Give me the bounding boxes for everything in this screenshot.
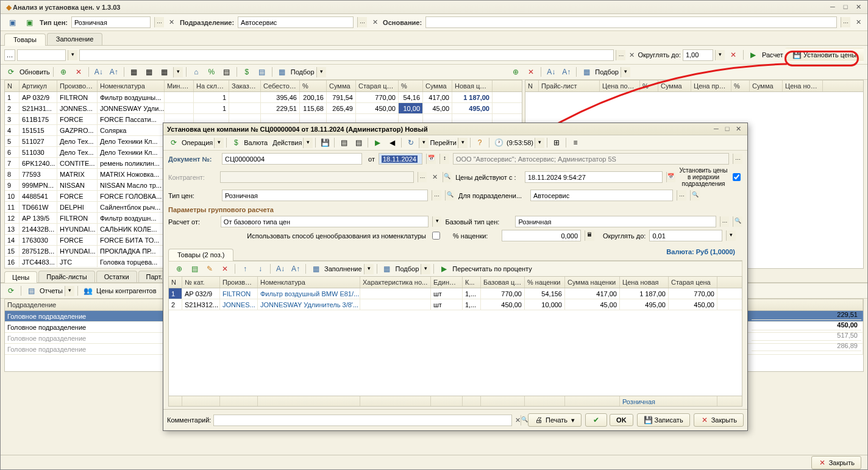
nav-dd[interactable]: ▾ <box>419 138 429 148</box>
nav-icon[interactable]: ↻ <box>404 137 418 148</box>
r-podbor-dd[interactable]: ▾ <box>621 67 630 77</box>
op-icon[interactable]: ⟳ <box>167 137 180 148</box>
raschet-ot-field[interactable]: От базового типа цен <box>221 216 429 227</box>
d-okruglyat-dd[interactable]: ▾ <box>726 230 736 241</box>
nacenki-field[interactable]: 0,000 <box>502 230 581 241</box>
dollar2-icon[interactable]: $ <box>229 137 243 148</box>
kontragent-field[interactable] <box>220 171 414 183</box>
ceny-d-cal[interactable]: 📅 <box>666 172 675 182</box>
ustanovit-ceny-button[interactable]: 💾Установить цены <box>785 48 864 62</box>
table-row[interactable]: 2S21H312...JONNES...JONNESWAY Удлинитель… <box>169 299 742 310</box>
filter-dd[interactable] <box>17 49 66 61</box>
d-okruglyat-field[interactable]: 0,01 <box>649 230 722 241</box>
maximize-button[interactable]: □ <box>840 3 851 12</box>
komm-x[interactable]: ✕ <box>514 416 521 424</box>
currency-label[interactable]: Валюта: Руб (1,0000) <box>666 248 739 260</box>
date-field[interactable]: 18.11.2024 <box>379 153 422 165</box>
komm-q[interactable]: 🔍 <box>521 415 528 425</box>
kontragent-label[interactable]: Цены контрагентов <box>96 287 157 294</box>
clock-icon[interactable]: 🕐 <box>492 137 505 148</box>
refresh2-icon[interactable]: ⟳ <box>4 285 18 296</box>
dollar-icon[interactable]: $ <box>240 66 254 77</box>
btab-ceny[interactable]: Цены <box>4 271 37 283</box>
d-tipcen-dots[interactable]: … <box>432 190 441 201</box>
podr-x[interactable]: ✕ <box>371 18 379 26</box>
ok-check-button[interactable]: ✔ <box>585 413 607 427</box>
zakryt-button[interactable]: ✕Закрыть <box>694 413 744 427</box>
tab-tovary[interactable]: Товары <box>4 34 46 46</box>
d-zap-dd[interactable]: ▾ <box>364 264 374 274</box>
perejti-dd[interactable]: ▾ <box>458 138 468 148</box>
zapisat-button[interactable]: 💾Записать <box>637 413 690 427</box>
d-podr-field[interactable]: Автосервис <box>530 190 673 201</box>
date-clear[interactable]: ↕ <box>439 154 449 164</box>
percent-icon[interactable]: % <box>205 66 218 77</box>
calc-icon[interactable]: ▤ <box>220 66 233 77</box>
ispolzovat-checkbox[interactable] <box>432 232 440 240</box>
tip-cen-x[interactable]: ✕ <box>168 18 176 26</box>
cancel-icon[interactable]: ✕ <box>727 49 740 60</box>
org-dots[interactable]: … <box>733 154 742 164</box>
unpost-icon[interactable]: ◀ <box>385 137 399 148</box>
operaciya-menu[interactable]: Операция <box>182 139 213 146</box>
podbor-label[interactable]: Подбор <box>291 68 315 76</box>
r-delete-icon[interactable]: ✕ <box>524 66 538 77</box>
hier-checkbox[interactable] <box>733 173 741 181</box>
filter1-icon[interactable]: ▦ <box>127 66 141 77</box>
osn-x[interactable]: ✕ <box>854 18 863 26</box>
refresh-icon[interactable]: ⟳ <box>4 66 18 77</box>
table-row[interactable]: 1AP 032/9FILTRONФильтр воздушны...1395,4… <box>5 92 522 103</box>
filter-long-dots[interactable]: … <box>616 50 625 60</box>
table-row[interactable]: 2S21H31...JONNES...JONNESWAY Удли...1229… <box>5 103 522 114</box>
r-podbor-label[interactable]: Подбор <box>595 68 619 76</box>
d-add-icon[interactable]: ⊕ <box>173 263 186 274</box>
pricelist-icon[interactable]: ▤ <box>255 66 269 77</box>
bazovyj-field[interactable]: Розничная <box>515 216 716 227</box>
tip-cen-dots[interactable]: … <box>154 17 164 27</box>
d-tipcen-q[interactable]: 🔍 <box>445 190 455 201</box>
bazovyj-q[interactable]: 🔍 <box>733 216 742 227</box>
r-sort-za-icon[interactable]: A↑ <box>560 66 573 77</box>
d-sortaz-icon[interactable]: A↓ <box>274 263 287 274</box>
table-row[interactable]: 1AP 032/9FILTRONФильтр воздушный BMW E81… <box>169 288 742 299</box>
d-sortza-icon[interactable]: A↑ <box>289 263 302 274</box>
people-icon[interactable]: 👥 <box>81 285 94 296</box>
op-dd[interactable]: ▾ <box>214 138 224 148</box>
d-podbor-icon[interactable]: ▦ <box>380 263 394 274</box>
kontr-dots[interactable]: … <box>418 172 427 182</box>
help-icon[interactable]: ? <box>473 137 486 148</box>
filter-long-x[interactable]: ✕ <box>627 51 636 59</box>
obnovit-label[interactable]: Обновить <box>20 68 50 76</box>
d-addcopy-icon[interactable]: ▤ <box>188 263 201 274</box>
komm-field[interactable] <box>213 415 512 426</box>
time-dd[interactable]: ▾ <box>535 138 544 148</box>
d-up-icon[interactable]: ↑ <box>238 263 252 274</box>
d-zapolnenie-label[interactable]: Заполнение <box>324 265 362 272</box>
d-podr-dots[interactable]: … <box>677 190 686 201</box>
otchety-label[interactable]: Отчеты <box>40 287 63 294</box>
okruglyat-field[interactable]: 1,00 <box>683 49 713 61</box>
print-button[interactable]: 🖨Печать▾ <box>528 413 582 427</box>
dlg-tab-tovary[interactable]: Товары (2 поз.) <box>168 249 233 261</box>
d-fill-icon[interactable]: ▦ <box>309 263 322 274</box>
kontr-q[interactable]: 🔍 <box>443 172 452 182</box>
btab-ostatki[interactable]: Остатки <box>96 271 137 282</box>
play-icon[interactable]: ▶ <box>747 49 760 60</box>
podrazdelenie-field[interactable]: Автосервис <box>238 16 354 28</box>
okruglyat-dd[interactable]: ▾ <box>715 50 725 60</box>
doc1-icon[interactable]: ▤ <box>337 137 350 148</box>
minimize-button[interactable]: ─ <box>827 3 838 12</box>
tip-cen-field[interactable]: Розничная <box>71 16 151 28</box>
d-podr-q[interactable]: 🔍 <box>690 190 700 201</box>
d-podbor-label[interactable]: Подбор <box>396 265 419 272</box>
ok-button[interactable]: OK <box>610 414 633 426</box>
docno-field[interactable]: СЦ00000004 <box>222 153 362 165</box>
d-edit-icon[interactable]: ✎ <box>203 263 216 274</box>
list-icon[interactable]: ≡ <box>569 137 582 148</box>
report-icon[interactable]: ▤ <box>24 285 38 296</box>
valyuta-menu[interactable]: Валюта <box>244 139 268 146</box>
cal-icon[interactable]: 📅 <box>426 154 436 164</box>
dlg-close[interactable]: ✕ <box>733 125 744 134</box>
filter3-icon[interactable]: ▦ <box>158 66 171 77</box>
dejstviya-menu[interactable]: Действия <box>272 139 302 146</box>
